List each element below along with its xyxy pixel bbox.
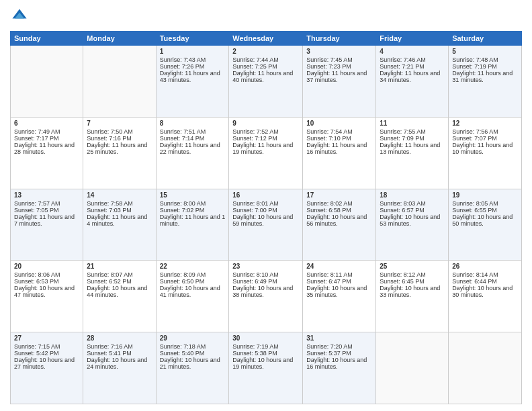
daylight-text: Daylight: 11 hours and 16 minutes.	[306, 142, 372, 155]
col-header-wednesday: Wednesday	[229, 32, 303, 46]
day-number: 3	[306, 48, 372, 55]
logo-icon	[10, 7, 29, 26]
sunrise-text: Sunrise: 8:06 AM	[14, 271, 79, 278]
day-number: 18	[380, 191, 445, 199]
sunrise-text: Sunrise: 7:57 AM	[14, 200, 79, 207]
day-number: 25	[380, 263, 445, 270]
sunrise-text: Sunrise: 7:51 AM	[160, 128, 226, 135]
calendar-cell: 31Sunrise: 7:20 AMSunset: 5:37 PMDayligh…	[303, 332, 376, 404]
sunrise-text: Sunrise: 8:12 AM	[380, 271, 445, 278]
day-number: 24	[306, 263, 372, 270]
header-row: SundayMondayTuesdayWednesdayThursdayFrid…	[11, 32, 522, 46]
sunrise-text: Sunrise: 8:01 AM	[232, 200, 299, 207]
calendar-cell: 19Sunrise: 8:05 AMSunset: 6:55 PMDayligh…	[449, 189, 522, 261]
day-number: 13	[14, 191, 79, 199]
week-row-3: 13Sunrise: 7:57 AMSunset: 7:05 PMDayligh…	[11, 189, 522, 261]
day-number: 26	[452, 263, 518, 270]
sunrise-text: Sunrise: 7:50 AM	[87, 128, 152, 135]
sunset-text: Sunset: 5:42 PM	[14, 350, 79, 357]
day-number: 9	[232, 120, 299, 127]
daylight-text: Daylight: 10 hours and 38 minutes.	[232, 285, 299, 298]
sunset-text: Sunset: 6:44 PM	[452, 278, 518, 285]
sunset-text: Sunset: 7:25 PM	[232, 63, 299, 70]
calendar-cell: 13Sunrise: 7:57 AMSunset: 7:05 PMDayligh…	[11, 189, 83, 261]
day-number: 21	[87, 263, 152, 270]
calendar-cell: 30Sunrise: 7:19 AMSunset: 5:38 PMDayligh…	[229, 332, 303, 404]
calendar-cell: 24Sunrise: 8:11 AMSunset: 6:47 PMDayligh…	[303, 261, 376, 332]
calendar-cell	[449, 332, 522, 404]
col-header-saturday: Saturday	[449, 32, 522, 46]
sunrise-text: Sunrise: 7:19 AM	[232, 343, 299, 350]
calendar-cell: 16Sunrise: 8:01 AMSunset: 7:00 PMDayligh…	[229, 189, 303, 261]
day-number: 15	[160, 191, 226, 199]
day-number: 14	[87, 191, 152, 199]
sunset-text: Sunset: 5:37 PM	[306, 350, 372, 357]
day-number: 11	[380, 120, 445, 127]
sunset-text: Sunset: 7:07 PM	[452, 135, 518, 142]
daylight-text: Daylight: 10 hours and 50 minutes.	[452, 214, 518, 227]
sunset-text: Sunset: 6:58 PM	[306, 207, 372, 214]
col-header-friday: Friday	[376, 32, 449, 46]
day-number: 30	[232, 334, 299, 342]
calendar-cell: 28Sunrise: 7:16 AMSunset: 5:41 PMDayligh…	[83, 332, 156, 404]
daylight-text: Daylight: 10 hours and 24 minutes.	[87, 357, 152, 370]
daylight-text: Daylight: 10 hours and 21 minutes.	[160, 357, 226, 370]
day-number: 8	[160, 120, 226, 127]
calendar-cell: 21Sunrise: 8:07 AMSunset: 6:52 PMDayligh…	[83, 261, 156, 332]
daylight-text: Daylight: 11 hours and 40 minutes.	[232, 70, 299, 83]
daylight-text: Daylight: 10 hours and 16 minutes.	[306, 357, 372, 370]
sunset-text: Sunset: 7:03 PM	[87, 207, 152, 214]
sunset-text: Sunset: 7:21 PM	[380, 63, 445, 70]
sunrise-text: Sunrise: 7:55 AM	[380, 128, 445, 135]
sunrise-text: Sunrise: 7:20 AM	[306, 343, 372, 350]
calendar-table: SundayMondayTuesdayWednesdayThursdayFrid…	[10, 31, 522, 404]
sunset-text: Sunset: 7:09 PM	[380, 135, 445, 142]
daylight-text: Daylight: 10 hours and 44 minutes.	[87, 285, 152, 298]
daylight-text: Daylight: 11 hours and 43 minutes.	[160, 70, 226, 83]
day-number: 1	[160, 48, 226, 55]
calendar-cell: 7Sunrise: 7:50 AMSunset: 7:16 PMDaylight…	[83, 117, 156, 189]
day-number: 19	[452, 191, 518, 199]
day-number: 28	[87, 334, 152, 342]
calendar-cell: 9Sunrise: 7:52 AMSunset: 7:12 PMDaylight…	[229, 117, 303, 189]
day-number: 5	[452, 48, 518, 55]
week-row-4: 20Sunrise: 8:06 AMSunset: 6:53 PMDayligh…	[11, 261, 522, 332]
sunset-text: Sunset: 6:57 PM	[380, 207, 445, 214]
sunset-text: Sunset: 7:05 PM	[14, 207, 79, 214]
col-header-sunday: Sunday	[11, 32, 83, 46]
daylight-text: Daylight: 11 hours and 13 minutes.	[380, 142, 445, 155]
sunset-text: Sunset: 6:55 PM	[452, 207, 518, 214]
header	[10, 7, 522, 26]
day-number: 20	[14, 263, 79, 270]
page: SundayMondayTuesdayWednesdayThursdayFrid…	[0, 0, 532, 411]
daylight-text: Daylight: 10 hours and 53 minutes.	[380, 214, 445, 227]
col-header-tuesday: Tuesday	[156, 32, 229, 46]
sunrise-text: Sunrise: 8:00 AM	[160, 200, 226, 207]
daylight-text: Daylight: 10 hours and 56 minutes.	[306, 214, 372, 227]
day-number: 10	[306, 120, 372, 127]
calendar-cell: 20Sunrise: 8:06 AMSunset: 6:53 PMDayligh…	[11, 261, 83, 332]
daylight-text: Daylight: 10 hours and 41 minutes.	[160, 285, 226, 298]
calendar-cell: 15Sunrise: 8:00 AMSunset: 7:02 PMDayligh…	[156, 189, 229, 261]
daylight-text: Daylight: 10 hours and 30 minutes.	[452, 285, 518, 298]
sunrise-text: Sunrise: 7:44 AM	[232, 56, 299, 63]
sunrise-text: Sunrise: 7:56 AM	[452, 128, 518, 135]
day-number: 12	[452, 120, 518, 127]
calendar-cell: 6Sunrise: 7:49 AMSunset: 7:17 PMDaylight…	[11, 117, 83, 189]
calendar-cell: 1Sunrise: 7:43 AMSunset: 7:26 PMDaylight…	[156, 46, 229, 118]
sunrise-text: Sunrise: 8:07 AM	[87, 271, 152, 278]
sunset-text: Sunset: 7:14 PM	[160, 135, 226, 142]
sunset-text: Sunset: 6:45 PM	[380, 278, 445, 285]
sunset-text: Sunset: 7:02 PM	[160, 207, 226, 214]
daylight-text: Daylight: 10 hours and 35 minutes.	[306, 285, 372, 298]
sunrise-text: Sunrise: 7:52 AM	[232, 128, 299, 135]
sunset-text: Sunset: 7:16 PM	[87, 135, 152, 142]
day-number: 4	[380, 48, 445, 55]
day-number: 2	[232, 48, 299, 55]
calendar-cell: 29Sunrise: 7:18 AMSunset: 5:40 PMDayligh…	[156, 332, 229, 404]
sunrise-text: Sunrise: 8:10 AM	[232, 271, 299, 278]
calendar-cell: 11Sunrise: 7:55 AMSunset: 7:09 PMDayligh…	[376, 117, 449, 189]
calendar-cell	[11, 46, 83, 118]
sunrise-text: Sunrise: 7:45 AM	[306, 56, 372, 63]
sunset-text: Sunset: 6:47 PM	[306, 278, 372, 285]
